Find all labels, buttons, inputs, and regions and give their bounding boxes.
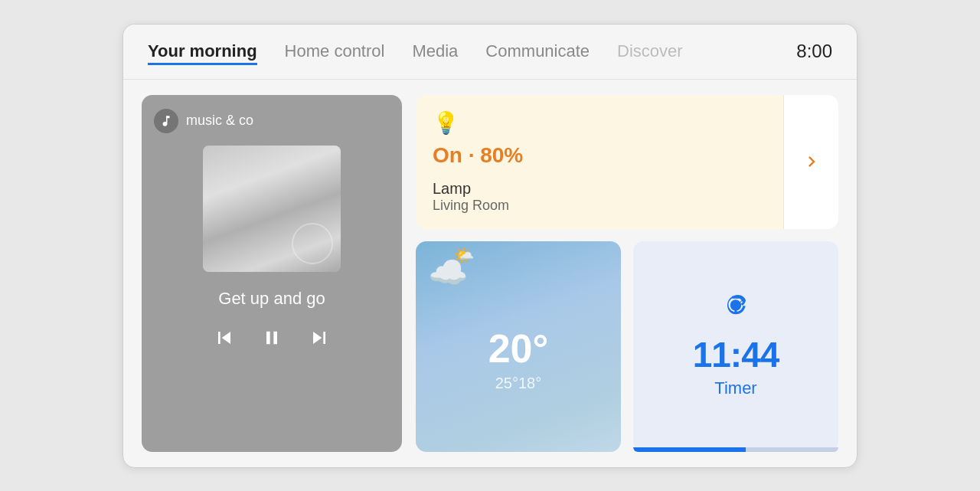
lamp-location: Living Room	[433, 198, 766, 214]
music-note-icon	[154, 109, 178, 133]
song-title: Get up and go	[218, 289, 325, 309]
prev-button[interactable]	[212, 326, 237, 350]
tab-home-control[interactable]: Home control	[285, 38, 385, 64]
sun-partial-icon: 🌤️	[453, 246, 474, 266]
timer-time-display: 11:44	[693, 334, 779, 375]
lamp-name: Lamp	[433, 180, 766, 198]
lamp-status: On · 80%	[433, 143, 766, 168]
device-frame: Your morning Home control Media Communic…	[122, 24, 858, 468]
weather-card: ☁️ 🌤️ 20° 25°18°	[416, 241, 621, 452]
weather-temperature: 20°	[488, 326, 549, 372]
timer-progress-fill	[633, 447, 746, 452]
timer-progress-bar	[633, 447, 838, 452]
music-card-header: music & co	[154, 109, 390, 133]
timer-label: Timer	[714, 378, 756, 398]
cloud-icon: ☁️ 🌤️	[428, 254, 468, 291]
music-controls	[212, 326, 332, 350]
album-art	[203, 146, 341, 272]
right-column: 💡 On · 80% Lamp Living Room	[416, 95, 838, 452]
tab-discover[interactable]: Discover	[617, 38, 683, 64]
timer-icon	[721, 295, 750, 331]
lamp-detail-button[interactable]	[783, 95, 838, 229]
music-source-label: music & co	[186, 113, 253, 129]
music-card: music & co Get up and go	[142, 95, 402, 452]
tab-media[interactable]: Media	[412, 38, 458, 64]
lamp-card: 💡 On · 80% Lamp Living Room	[416, 95, 838, 229]
bottom-row: ☁️ 🌤️ 20° 25°18° 11:44	[416, 241, 838, 452]
bulb-icon: 💡	[433, 110, 766, 136]
timer-card[interactable]: 11:44 Timer	[633, 241, 838, 452]
lamp-card-main: 💡 On · 80% Lamp Living Room	[416, 95, 783, 229]
tab-communicate[interactable]: Communicate	[485, 38, 590, 64]
pause-button[interactable]	[261, 327, 283, 349]
tab-your-morning[interactable]: Your morning	[148, 38, 257, 65]
nav-bar: Your morning Home control Media Communic…	[123, 25, 857, 80]
main-content: music & co Get up and go	[123, 80, 857, 467]
clock-display: 8:00	[796, 41, 832, 62]
weather-icon-area: ☁️ 🌤️	[428, 254, 468, 291]
next-button[interactable]	[307, 326, 332, 350]
weather-range: 25°18°	[495, 375, 542, 392]
